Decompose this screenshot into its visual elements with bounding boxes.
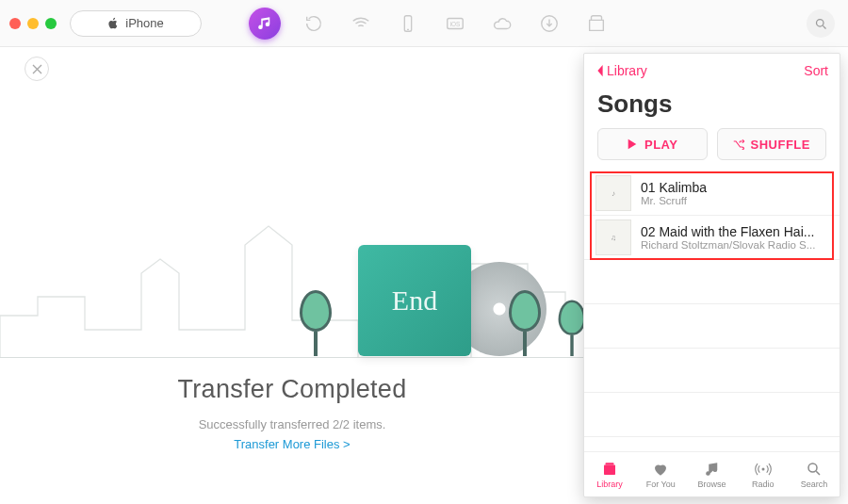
apple-icon: [107, 17, 120, 29]
status-title: Transfer Completed: [0, 375, 584, 404]
completion-illustration: End: [0, 160, 584, 377]
device-category-icon[interactable]: [394, 9, 422, 38]
song-row-empty: [584, 349, 840, 393]
zoom-window-button[interactable]: [45, 18, 57, 29]
phone-tab-label: Radio: [752, 480, 775, 489]
svg-point-7: [761, 467, 764, 470]
phone-song-list: ♪ 01 Kalimba Mr. Scruff ♫ 02 Maid with t…: [584, 171, 840, 451]
device-label: iPhone: [125, 16, 163, 30]
album-art: ♫: [595, 219, 631, 255]
album-art: ♪: [595, 175, 631, 211]
search-icon: [814, 17, 828, 31]
phone-back-label: Library: [607, 63, 647, 78]
phone-play-label: PLAY: [644, 138, 677, 152]
status-subtitle: Successfully transferred 2/2 items.: [0, 417, 584, 431]
phone-tab-label: Library: [596, 480, 623, 489]
tree-graphic: [509, 290, 541, 356]
tree-graphic: [300, 290, 332, 356]
app-toolbar: iPhone iOS: [0, 0, 848, 47]
svg-point-4: [816, 19, 824, 26]
cloud-category-icon[interactable]: [488, 9, 516, 38]
song-title: 02 Maid with the Flaxen Hai...: [641, 224, 828, 239]
search-icon: [805, 461, 824, 478]
song-artist: Richard Stoltzman/Slovak Radio S...: [641, 239, 828, 251]
transfer-more-link[interactable]: Transfer More Files >: [234, 437, 350, 451]
shuffle-icon: [733, 138, 744, 150]
download-category-icon[interactable]: [535, 9, 563, 38]
close-panel-button[interactable]: [24, 57, 49, 81]
phone-shuffle-label: SHUFFLE: [751, 138, 810, 152]
phone-tab-radio[interactable]: Radio: [738, 452, 789, 496]
phone-sort-button[interactable]: Sort: [804, 63, 828, 78]
minimize-window-button[interactable]: [27, 18, 39, 29]
song-artist: Mr. Scruff: [641, 195, 828, 206]
song-row-empty: [584, 393, 840, 437]
phone-play-button[interactable]: PLAY: [597, 128, 708, 160]
phone-shuffle-button[interactable]: SHUFFLE: [717, 128, 827, 160]
tree-graphic: [559, 301, 586, 357]
end-card: End: [358, 245, 471, 356]
song-title: 01 Kalimba: [641, 180, 828, 195]
search-button[interactable]: [807, 9, 835, 38]
chevron-left-icon: [595, 64, 605, 77]
heart-icon: [651, 461, 670, 478]
phone-tab-label: Browse: [698, 480, 726, 489]
svg-rect-6: [606, 463, 614, 464]
phone-tab-browse[interactable]: Browse: [686, 452, 737, 496]
song-row-empty: [584, 437, 840, 451]
song-row-empty: [584, 304, 840, 349]
svg-text:iOS: iOS: [450, 20, 461, 26]
phone-tab-library[interactable]: Library: [584, 452, 635, 496]
backup-category-icon[interactable]: [300, 9, 328, 38]
device-selector[interactable]: iPhone: [70, 10, 202, 37]
music-category-icon[interactable]: [249, 8, 281, 40]
phone-tab-foryou[interactable]: For You: [635, 452, 686, 496]
phone-tab-search[interactable]: Search: [789, 452, 840, 496]
song-row-empty: [584, 260, 840, 304]
song-row[interactable]: ♫ 02 Maid with the Flaxen Hai... Richard…: [584, 216, 840, 260]
ios-category-icon[interactable]: iOS: [441, 9, 469, 38]
phone-action-row: PLAY SHUFFLE: [584, 128, 840, 171]
close-window-button[interactable]: [9, 18, 21, 29]
phone-tab-label: For You: [646, 480, 676, 489]
main-body: End Transfer Completed Successfully tran…: [0, 47, 848, 504]
phone-header: Library Sort: [584, 54, 840, 88]
svg-point-8: [808, 463, 817, 472]
play-icon: [627, 138, 638, 150]
browse-icon: [703, 461, 722, 478]
phone-heading: Songs: [584, 88, 840, 128]
toolbox-category-icon[interactable]: [582, 9, 611, 38]
radio-icon: [754, 461, 773, 478]
wifi-category-icon[interactable]: [347, 9, 375, 38]
status-block: Transfer Completed Successfully transfer…: [0, 375, 584, 452]
toolbar-category-icons: iOS: [249, 8, 611, 40]
phone-tabbar: Library For You Browse Radio Search: [584, 451, 840, 496]
close-icon: [32, 64, 42, 74]
phone-back-button[interactable]: Library: [595, 63, 647, 78]
library-icon: [600, 461, 619, 478]
phone-tab-label: Search: [801, 480, 828, 489]
svg-rect-5: [604, 464, 615, 475]
song-row[interactable]: ♪ 01 Kalimba Mr. Scruff: [584, 171, 840, 216]
phone-preview-panel: Library Sort Songs PLAY SHUFFLE ♪ 01 Kal…: [583, 53, 840, 497]
window-controls: [9, 18, 57, 29]
